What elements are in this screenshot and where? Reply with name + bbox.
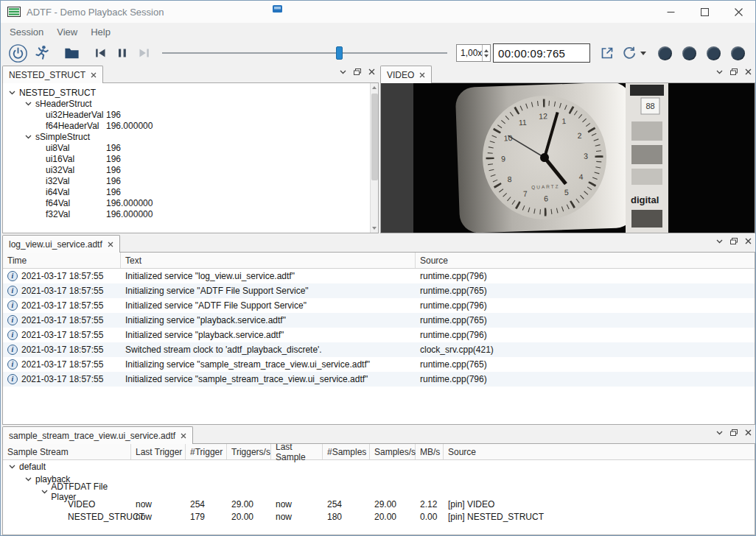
column-header-text[interactable]: Text xyxy=(121,253,416,268)
column-header-source[interactable]: Source xyxy=(444,444,755,459)
cell-mb-s: 0.00 xyxy=(416,512,444,522)
column-header-mb-s[interactable]: MB/s xyxy=(416,444,444,459)
tree-row[interactable]: i32Val196 xyxy=(3,175,378,186)
marker-button-2[interactable] xyxy=(682,46,696,60)
log-row[interactable]: 2021-03-17 18:57:55Initialized service "… xyxy=(3,328,755,342)
spin-down-icon[interactable] xyxy=(484,54,489,57)
run-button[interactable] xyxy=(33,44,51,62)
collapse-arrow-icon[interactable] xyxy=(25,135,35,139)
collapse-arrow-icon[interactable] xyxy=(25,102,35,106)
log-row[interactable]: 2021-03-17 18:57:55Initialized service "… xyxy=(3,372,755,387)
strip-brand-text: digital xyxy=(631,194,659,205)
column-header-num-trigger[interactable]: #Trigger xyxy=(186,444,227,459)
panel-float-button[interactable] xyxy=(730,238,738,244)
tab-nested-struct[interactable]: NESTED_STRUCT xyxy=(2,66,103,83)
log-row[interactable]: 2021-03-17 18:57:55Initializing service … xyxy=(3,283,755,298)
loop-button[interactable] xyxy=(621,45,637,61)
trace-row[interactable]: NESTED_STRUCT now17920.00now18020.000.00… xyxy=(3,510,755,523)
collapse-arrow-icon[interactable] xyxy=(9,465,19,469)
log-row[interactable]: 2021-03-17 18:57:55Initializing service … xyxy=(3,313,755,328)
open-folder-button[interactable] xyxy=(63,45,80,62)
trace-row[interactable]: VIDEO now25429.00now25429.002.12[pin] VI… xyxy=(3,498,755,510)
panel-menu-button[interactable] xyxy=(716,431,723,435)
spin-up-icon[interactable] xyxy=(484,49,489,52)
panel-close-button[interactable] xyxy=(745,238,752,244)
column-header-triggers-s[interactable]: Triggers/s xyxy=(227,444,271,459)
export-button[interactable] xyxy=(599,45,615,61)
tree-row[interactable]: f64HeaderVal196.000000 xyxy=(3,120,378,131)
scrollbar-thumb[interactable] xyxy=(371,94,378,180)
tree-row[interactable]: NESTED_STRUCT xyxy=(3,87,378,98)
panel-menu-button[interactable] xyxy=(340,70,346,74)
video-frame: 12 1 2 3 4 5 6 7 8 9 10 11 xyxy=(381,83,755,233)
menu-view[interactable]: View xyxy=(50,24,84,40)
speed-spinbox[interactable]: 1,00x xyxy=(456,44,491,62)
tree-row[interactable]: ui32Val196 xyxy=(3,164,378,175)
minimize-button[interactable] xyxy=(654,1,687,23)
clock-numeral: 8 xyxy=(507,174,511,183)
log-row[interactable]: 2021-03-17 18:57:55Initializing service … xyxy=(3,357,755,372)
panel-menu-button[interactable] xyxy=(716,70,723,74)
power-button[interactable] xyxy=(8,43,28,63)
tab-video[interactable]: VIDEO xyxy=(380,66,432,83)
tree-row[interactable]: ui16Val196 xyxy=(3,153,378,164)
tree-row[interactable]: sHeaderStruct xyxy=(3,98,378,109)
menu-session[interactable]: Session xyxy=(3,24,50,40)
log-table: Time Text Source 2021-03-17 18:57:55Init… xyxy=(2,252,755,425)
log-row[interactable]: 2021-03-17 18:57:55Switched stream clock… xyxy=(3,342,755,357)
tab-close-icon[interactable] xyxy=(108,241,113,247)
panel-close-button[interactable] xyxy=(745,429,752,436)
panel-menu-button[interactable] xyxy=(716,239,723,244)
tab-close-icon[interactable] xyxy=(419,72,425,78)
trace-row[interactable]: ADTFDAT File Player xyxy=(3,485,755,498)
collapse-arrow-icon[interactable] xyxy=(9,91,19,95)
vertical-scrollbar[interactable] xyxy=(370,83,378,233)
pause-button[interactable] xyxy=(115,46,130,60)
marker-button-3[interactable] xyxy=(707,46,721,60)
column-header-num-samples[interactable]: #Samples xyxy=(323,444,370,459)
panel-float-button[interactable] xyxy=(354,68,361,75)
column-header-source[interactable]: Source xyxy=(416,253,755,268)
panel-float-button[interactable] xyxy=(730,429,738,436)
marker-button-4[interactable] xyxy=(731,46,745,60)
time-display[interactable]: 00:00:09:765 xyxy=(493,43,590,63)
tree-row[interactable]: f64Val196.000000 xyxy=(3,197,378,208)
cell-samples-s: 20.00 xyxy=(370,512,416,522)
panel-close-button[interactable] xyxy=(745,68,752,75)
tree-row[interactable]: ui32HeaderVal196 xyxy=(3,109,378,120)
loop-dropdown-button[interactable] xyxy=(640,52,646,55)
scroll-up-icon[interactable] xyxy=(372,86,377,89)
close-button[interactable] xyxy=(721,1,755,23)
scroll-down-icon[interactable] xyxy=(372,227,377,230)
menu-help[interactable]: Help xyxy=(84,24,117,40)
log-row[interactable]: 2021-03-17 18:57:55Initialized service "… xyxy=(3,269,755,283)
trace-row[interactable]: default xyxy=(3,460,755,473)
column-header-sample-stream[interactable]: Sample Stream xyxy=(3,444,131,459)
skip-to-start-button[interactable] xyxy=(93,46,108,60)
tab-trace-view[interactable]: sample_stream_trace_view.ui_service.adtf xyxy=(2,426,193,444)
seek-slider-handle[interactable] xyxy=(336,46,343,60)
tree-row[interactable]: sSimpleStruct xyxy=(3,131,378,142)
tab-log-view[interactable]: log_view.ui_service.adtf xyxy=(2,235,120,253)
tab-close-icon[interactable] xyxy=(181,433,186,439)
window-controls xyxy=(654,1,755,23)
panel-float-button[interactable] xyxy=(730,68,738,75)
tree-row[interactable]: ui8Val196 xyxy=(3,142,378,153)
column-header-last-sample[interactable]: Last Sample xyxy=(271,444,323,459)
maximize-button[interactable] xyxy=(687,1,721,23)
panel-close-button[interactable] xyxy=(368,68,375,75)
tree-row[interactable]: i64Val196 xyxy=(3,186,378,197)
tree-row[interactable]: f32Val196.000000 xyxy=(3,208,378,219)
skip-to-end-button[interactable] xyxy=(137,46,152,60)
seek-slider[interactable] xyxy=(162,46,447,60)
log-source: runtime.cpp(765) xyxy=(416,286,755,296)
column-header-time[interactable]: Time xyxy=(3,253,121,268)
log-source: runtime.cpp(796) xyxy=(416,374,755,384)
seek-slider-track[interactable] xyxy=(162,52,447,54)
marker-button-1[interactable] xyxy=(658,46,672,60)
column-header-last-trigger[interactable]: Last Trigger xyxy=(131,444,186,459)
tab-close-icon[interactable] xyxy=(91,72,97,78)
column-header-samples-s[interactable]: Samples/s xyxy=(370,444,416,459)
collapse-arrow-icon[interactable] xyxy=(41,490,51,494)
log-row[interactable]: 2021-03-17 18:57:55Initialized service "… xyxy=(3,298,755,313)
